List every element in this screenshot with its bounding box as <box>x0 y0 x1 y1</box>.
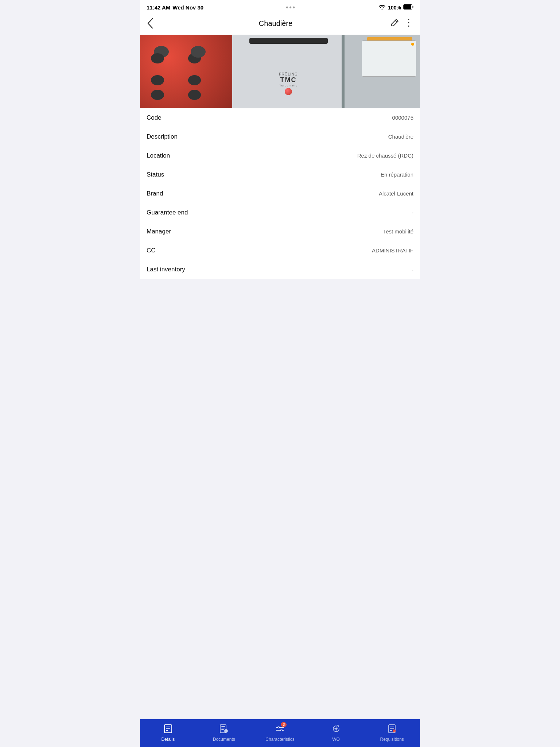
hero-center-panel: FRÖLING TMC Turbomatic <box>232 35 344 108</box>
hero-right-panel <box>345 35 420 108</box>
characteristics-tab-label: Characteristics <box>265 737 294 742</box>
nav-bar: Chaudière ⋮ <box>140 13 420 35</box>
detail-label: Manager <box>147 228 171 235</box>
status-bar-left: 11:42 AM Wed Nov 30 <box>147 4 203 11</box>
svg-rect-1 <box>404 5 411 9</box>
tab-characteristics[interactable]: 3 Characteristics <box>252 719 308 747</box>
svg-text:!: ! <box>394 731 394 733</box>
detail-row-description: Description Chaudière <box>140 127 420 146</box>
status-date: Wed Nov 30 <box>172 4 203 11</box>
nav-actions: ⋮ <box>392 19 413 28</box>
hero-left-panel <box>140 35 232 108</box>
requisitions-tab-icon: ! <box>387 724 397 735</box>
battery-icon <box>403 4 413 11</box>
detail-value: ADMINISTRATIF <box>372 247 413 253</box>
detail-row-manager: Manager Test mobilité <box>140 222 420 241</box>
detail-row-code: Code 0000075 <box>140 108 420 127</box>
wifi-icon <box>378 4 386 11</box>
back-button[interactable] <box>147 17 160 30</box>
detail-value: Rez de chaussé (RDC) <box>357 152 413 159</box>
detail-label: Code <box>147 114 162 121</box>
documents-tab-label: Documents <box>213 737 235 742</box>
detail-value: - <box>412 209 413 216</box>
tab-requisitions[interactable]: ! Requisitions <box>364 719 420 747</box>
detail-value: - <box>412 267 413 273</box>
empty-space <box>140 279 420 388</box>
detail-label: Guarantee end <box>147 209 188 216</box>
page-title: Chaudière <box>160 19 392 28</box>
detail-value: Alcatel-Lucent <box>379 190 413 197</box>
content-area: Code 0000075 Description Chaudière Locat… <box>140 108 420 719</box>
detail-row-brand: Brand Alcatel-Lucent <box>140 184 420 203</box>
tab-badge-characteristics: 3 <box>281 722 287 727</box>
status-bar: 11:42 AM Wed Nov 30 ••• 100% <box>140 0 420 13</box>
ellipsis-dots: ••• <box>286 4 296 11</box>
documents-tab-icon <box>219 724 229 735</box>
detail-value: 0000075 <box>392 115 413 121</box>
hero-image-inner: FRÖLING TMC Turbomatic <box>140 35 420 108</box>
tab-details[interactable]: Details <box>140 719 196 747</box>
tab-documents[interactable]: Documents <box>196 719 252 747</box>
detail-label: Location <box>147 152 170 159</box>
hero-right-unit <box>362 40 416 77</box>
detail-value: Test mobilité <box>383 228 413 235</box>
detail-label: CC <box>147 247 156 254</box>
tmc-logo: FRÖLING TMC Turbomatic <box>279 72 298 95</box>
tmc-brand-text: FRÖLING <box>279 72 298 76</box>
tab-wo[interactable]: WO <box>308 719 364 747</box>
detail-label: Last inventory <box>147 266 185 273</box>
detail-value: En réparation <box>381 171 413 178</box>
detail-row-status: Status En réparation <box>140 165 420 184</box>
tmc-name-text: TMC <box>280 76 297 84</box>
detail-list: Code 0000075 Description Chaudière Locat… <box>140 108 420 279</box>
more-icon[interactable]: ⋮ <box>404 18 413 27</box>
hero-image: FRÖLING TMC Turbomatic <box>140 35 420 108</box>
requisitions-tab-label: Requisitions <box>380 737 404 742</box>
detail-row-last-inventory: Last inventory - <box>140 260 420 279</box>
battery-level: 100% <box>388 5 401 11</box>
detail-label: Description <box>147 133 178 140</box>
detail-label: Status <box>147 171 164 178</box>
detail-value: Chaudière <box>388 133 413 140</box>
tmc-red-dot <box>285 88 292 95</box>
svg-point-12 <box>278 727 279 728</box>
details-tab-icon <box>163 724 173 735</box>
detail-label: Brand <box>147 190 163 197</box>
detail-row-location: Location Rez de chaussé (RDC) <box>140 146 420 165</box>
details-tab-label: Details <box>161 737 175 742</box>
wo-tab-icon <box>331 724 341 735</box>
wo-tab-label: WO <box>332 737 340 742</box>
tmc-sub-text: Turbomatic <box>279 84 298 87</box>
svg-point-13 <box>281 729 282 731</box>
status-bar-right: 100% <box>378 4 413 11</box>
edit-icon[interactable] <box>391 19 399 28</box>
status-time: 11:42 AM <box>147 4 170 11</box>
detail-row-cc: CC ADMINISTRATIF <box>140 241 420 260</box>
tab-bar: Details Documents 3 Characteristics WO <box>140 719 420 747</box>
detail-row-guarantee-end: Guarantee end - <box>140 203 420 222</box>
